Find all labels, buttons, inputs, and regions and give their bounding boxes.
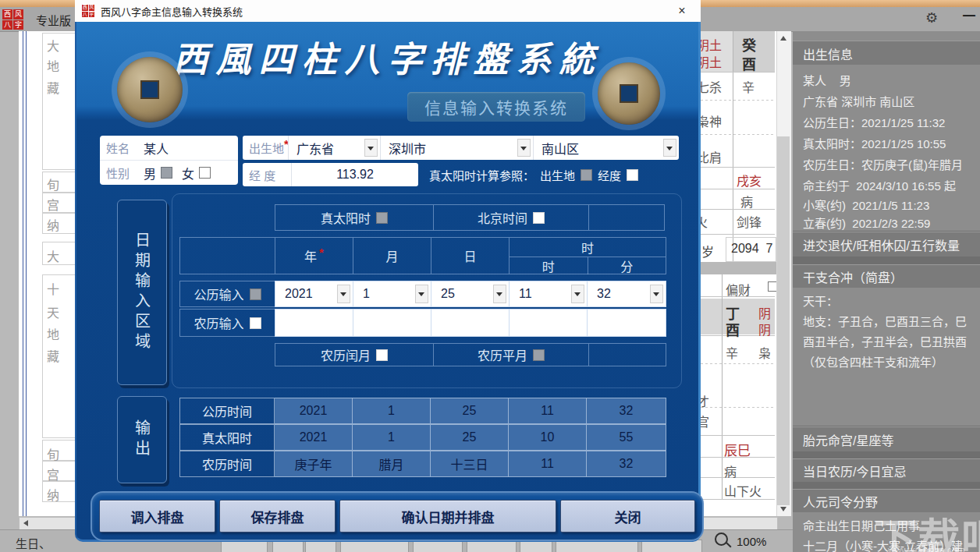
minute-label: 分 [588,257,666,274]
longitude-input[interactable]: 113.92 [291,163,418,186]
checkbox-leap-month[interactable] [376,349,388,361]
divider [701,363,775,364]
ganzhi-line: 地支：子丑合，巳酉丑三合，巳 [803,313,967,329]
chevron-down-icon[interactable] [517,139,531,157]
checkbox-normal-month[interactable] [533,349,545,361]
chevron-down-icon[interactable] [415,285,428,303]
checkbox-beijing-time[interactable] [533,212,545,224]
gear-icon[interactable]: ⚙ [925,9,938,27]
lunar-minute-input[interactable] [587,309,666,337]
minute-select[interactable]: 32 [587,281,666,307]
name-input[interactable]: 某人 [144,139,169,157]
lunar-input-label-cell: 农历输入 [179,309,275,337]
tab-professional[interactable]: 专业版 [36,12,71,28]
pillar-stem: 癸 [742,34,756,55]
year-select[interactable]: 2021 [275,281,353,307]
ganzhi-line: 酉丑半合，子丑半会，巳丑拱酉 [803,333,967,349]
longitude-label: 经 度 [243,167,291,183]
chevron-down-icon[interactable] [571,285,584,303]
column-header-row: 年* 月 日 时 时 分 [179,237,666,274]
chevron-down-icon[interactable] [663,139,676,157]
empty-cell [588,204,665,231]
beijing-time-option[interactable]: 北京时间 [433,204,588,231]
normal-month-option[interactable]: 农历平月 [433,343,588,366]
checkbox-female[interactable] [199,167,211,179]
city-select[interactable]: 深圳市 [380,136,533,160]
output-value: 25 [431,398,509,424]
lunar-year-input[interactable] [275,309,353,337]
day-select[interactable]: 25 [431,281,509,307]
leap-month-option[interactable]: 农历闰月 [275,343,433,366]
sidebar-header-daily[interactable]: 当日农历/今日宜忌 [793,458,980,482]
output-row-label: 真太阳时 [179,424,275,451]
load-chart-button[interactable]: 调入排盘 [99,500,215,533]
dialog-titlebar[interactable]: 西风八字 西风八字命主信息输入转换系统 × [75,0,701,22]
lunar-hour-input[interactable] [509,309,587,337]
lunar-input-row: 农历输入 [179,309,666,337]
empty-cell [179,237,275,274]
month-column-header: 月 [353,237,431,274]
lunar-month-input[interactable] [353,309,431,337]
city-value: 深圳市 [389,139,426,157]
icon-char: 八 [82,12,88,18]
coin-icon [117,57,183,122]
birth-line: 命主约于 2024/3/10 16:55 起 [803,177,956,193]
checkbox-ref-birthplace[interactable] [581,169,592,181]
sidebar-header-birth-info[interactable]: 出生信息 [793,41,980,65]
birth-line: 农历生日：农历庚子(鼠)年腊月 [803,156,963,172]
screen: 西风八字 专业版 ⚙ — 大 地 藏 旬 宫 纳 大 十 天 地 藏 旬 宫 纳… [0,0,980,552]
hour-value: 11 [519,287,532,301]
scrollbar-thumb[interactable] [777,136,790,505]
chevron-down-icon[interactable] [337,285,350,303]
month-value: 1 [363,287,370,301]
close-icon[interactable]: × [671,4,693,18]
birthplace-row: 出生地 * 广东省 深圳市 南山区 [243,136,679,160]
logo-char: 风 [13,9,23,19]
birth-line: 公历生日：2021/1/25 11:32 [803,114,945,130]
row-label: 地 [47,56,59,75]
lunar-day-input[interactable] [431,309,509,337]
confirm-date-button[interactable]: 确认日期并排盘 [339,500,556,533]
hour-label: 时 [510,257,588,274]
chevron-down-icon[interactable] [493,285,506,303]
sidebar-header-ganzhi[interactable]: 干支合冲（简盘） [793,264,980,288]
hour-select[interactable]: 11 [509,281,587,307]
pillar-text: 病 [740,192,753,211]
day-column-header: 日 [431,237,509,274]
minute-value: 32 [597,287,611,301]
pillar-text: 偏财 [726,280,751,299]
output-value: 25 [431,424,509,451]
scroll-up-icon[interactable] [780,36,786,41]
checkbox-male[interactable] [161,167,172,179]
sidebar-header-wuxing[interactable]: 进交退伏/旺相休囚/五行数量 [793,232,980,257]
checkbox-gregorian[interactable] [250,288,261,300]
divider [701,407,775,408]
hour-group-label: 时 [510,238,666,257]
pillar-branch: 酉 [726,319,740,339]
close-button[interactable]: 关闭 [560,500,695,533]
row-label: 藏 [47,346,59,365]
province-value: 广东省 [296,139,334,157]
checkbox-ref-longitude[interactable] [627,169,638,181]
month-select[interactable]: 1 [353,281,431,307]
province-select[interactable]: 广东省 [288,136,380,160]
pillar-text: 辛 [726,343,738,362]
chevron-down-icon[interactable] [650,285,663,303]
minimize-icon[interactable]: — [963,9,975,23]
divider [701,100,775,101]
district-select[interactable]: 南山区 [533,136,679,160]
magnifier-icon[interactable] [715,533,728,546]
year-value: 2021 [285,287,313,301]
chevron-down-icon[interactable] [364,139,378,157]
true-solar-option[interactable]: 真太阳时 [275,204,433,231]
checkbox-true-solar[interactable] [376,212,388,224]
scroll-down-icon[interactable] [780,507,786,511]
required-mark: * [319,246,324,259]
divider [701,167,775,168]
scroll-left-icon[interactable] [23,520,28,526]
save-chart-button[interactable]: 保存排盘 [219,500,336,533]
checkbox-lunar[interactable] [250,317,261,329]
row-label: 大 [47,246,59,265]
sidebar-header-taiyuan[interactable]: 胎元命宫/星座等 [793,426,980,451]
gregorian-label: 公历输入 [194,285,243,303]
